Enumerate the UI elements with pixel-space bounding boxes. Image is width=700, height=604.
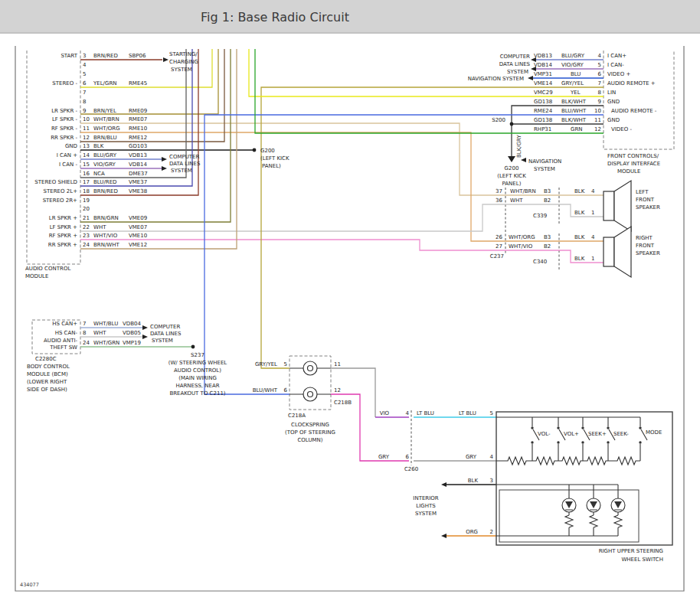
- ground-arrow-icon: [508, 156, 515, 162]
- acm-fn-rf-spkr-minus: RF SPKR -: [51, 126, 77, 132]
- clockspring-stubs: [289, 368, 331, 394]
- left-front-speaker-icon: [604, 191, 614, 220]
- bcm-caption-1: BODY CONTROL: [27, 364, 70, 370]
- fm-pin-7: 7: [598, 80, 601, 87]
- acm-fn-ican-plus: I CAN +: [57, 152, 77, 158]
- acm-code-23: VME10: [129, 233, 147, 239]
- offpage-arrow-icon: [142, 335, 148, 339]
- coil-icon: [308, 392, 313, 397]
- spkr-lf-color-1: WHT/BRN: [510, 188, 536, 194]
- figure-title: Fig 1: Base Radio Circuit: [201, 10, 349, 24]
- acm-pin-9: 9: [83, 108, 86, 114]
- ref-navigation-2b: SYSTEM: [534, 166, 555, 172]
- sws-pin-5: 5: [490, 410, 493, 416]
- conn-c2280c-label: C2280C: [35, 356, 57, 362]
- acm-color-21: BRN/GRN: [93, 215, 119, 221]
- bcm-fn-hs-can-plus: HS CAN+: [52, 321, 77, 327]
- bcm-pin-7: 7: [83, 321, 86, 327]
- acm-pin-22: 22: [83, 224, 90, 230]
- ref-datalines-fm-2: DATA LINES: [499, 61, 531, 67]
- sws-label-vol-minus: VOL-: [538, 431, 551, 437]
- acm-code-3: SBP06: [129, 53, 146, 59]
- fm-color-8: YEL: [570, 90, 581, 96]
- acm-color-13: BLK: [93, 143, 104, 149]
- fm-code-11: GD138: [534, 117, 552, 123]
- acm-code-24: VME12: [129, 242, 147, 248]
- base-radio-circuit-diagram: Fig 1: Base Radio CircuitSTARTSTEREO -LR…: [0, 0, 700, 604]
- diode-triangle-icon: [565, 501, 573, 508]
- bcm-fn-antitheft-1: AUDIO ANTI-: [44, 338, 77, 344]
- splice-s237-note-2: AUDIO CONTROL): [174, 367, 221, 374]
- fm-code-7: VME14: [534, 80, 553, 87]
- acm-fn-lr-spkr-minus: LR SPKR -: [51, 108, 77, 114]
- spkr-rf-name-1: RIGHT: [636, 235, 653, 241]
- acm-fn-start: START: [61, 53, 77, 59]
- conn-c218a-label: C218A: [288, 413, 306, 419]
- fm-color-4: BLU/GRY: [561, 53, 585, 59]
- ref-navigation-top: NAVIGATION SYSTEM: [468, 76, 524, 82]
- acm-pin-17: 17: [83, 179, 90, 185]
- conn-c339-label: C339: [533, 213, 547, 219]
- cs-pin-11: 11: [334, 361, 341, 367]
- cs-pin-5: 5: [284, 361, 287, 367]
- acm-color-23: WHT/VIO: [93, 233, 118, 239]
- acm-pin-14: 14: [83, 152, 90, 158]
- right-front-speaker-icon: [614, 227, 631, 277]
- acm-fn-stereo-minus: STEREO -: [52, 80, 77, 87]
- fm-code-9: GD138: [534, 99, 552, 105]
- splice-s237-note-4: HARNESS, NEAR: [175, 383, 219, 389]
- sws-label-seek-plus: SEEK+: [588, 431, 607, 437]
- fm-fn-audio-remote-minus: AUDIO REMOTE -: [611, 108, 657, 114]
- acm-fn-gnd: GND: [65, 143, 77, 149]
- acm-color-16: NCA: [93, 171, 105, 177]
- spkr-lf-name-1: LEFT: [636, 189, 649, 195]
- fm-fn-audio-remote-plus: AUDIO REMOTE +: [607, 80, 656, 87]
- wire-rf-spkr-minus-wht-org: [80, 132, 604, 241]
- acm-caption-1: AUDIO CONTROL: [25, 266, 70, 272]
- ref-starting-3: SYSTEM: [171, 67, 192, 73]
- acm-code-12: RME12: [129, 135, 147, 141]
- ground-g200-left-3: PANEL): [262, 163, 281, 169]
- fm-fn-ican-minus: I CAN-: [607, 62, 624, 68]
- ground-g200-right-1: G200: [505, 165, 519, 171]
- fm-color-6: BLU: [571, 71, 581, 77]
- acm-pin-21: 21: [83, 215, 90, 221]
- acm-pin-3: 3: [83, 53, 86, 59]
- spkr-rf-pin-b3: B3: [544, 234, 551, 240]
- bcm-color-24: WHT/GRN: [93, 340, 119, 346]
- bcm-caption-2: MODULE (BCM): [27, 371, 68, 377]
- ref-interior-lights-2: LIGHTS: [416, 503, 436, 509]
- arrows-and-splices: [142, 57, 536, 538]
- diode-triangle-icon: [614, 501, 622, 508]
- ref-datalines-acm-2: DATA LINES: [169, 161, 201, 167]
- splice-s200-dot: [510, 122, 514, 126]
- conn-c218b-label: C218B: [334, 400, 352, 406]
- wire-gry-label-1: GRY: [378, 454, 390, 460]
- acm-fn-stereo-2l: STEREO 2L+: [44, 188, 78, 194]
- speaker-symbols: [604, 181, 631, 277]
- acm-pin-13: 13: [83, 143, 90, 149]
- fm-code-6: VMP31: [534, 71, 552, 77]
- fm-color-12: GRN: [571, 126, 583, 132]
- acm-pin-7: 7: [83, 90, 86, 96]
- ground-g200-right-2: (LEFT KICK: [497, 173, 526, 179]
- bcm-fn-hs-can-minus: HS CAN-: [55, 330, 78, 336]
- acm-fn-rr-spkr-minus: RR SPKR -: [51, 135, 77, 141]
- acm-pin-16: 16: [83, 171, 90, 177]
- acm-color-22: WHT: [93, 224, 106, 230]
- cs-caption-2: (TOP OF STEERING: [285, 429, 335, 436]
- title-bar-bg: [0, 0, 700, 32]
- fm-color-10: BLU/WHT: [561, 108, 587, 114]
- acm-fn-rr-spkr-plus: RR SPKR +: [48, 242, 77, 248]
- acm-fn-ican-minus: I CAN -: [59, 162, 77, 168]
- bcm-caption-3: (LOWER RIGHT: [27, 379, 67, 385]
- cs-pin-6: 6: [284, 387, 288, 393]
- fm-code-5: VDB14: [534, 62, 552, 68]
- ref-starting-2: CHARGING: [169, 59, 198, 65]
- acm-code-10: RME07: [129, 116, 147, 122]
- spkr-lf-name-3: SPEAKER: [636, 204, 660, 211]
- fm-pin-4: 4: [598, 53, 602, 59]
- fm-pin-6: 6: [598, 71, 602, 77]
- acm-pin-19: 19: [83, 198, 90, 204]
- spkr-rf-pin-1: 1: [591, 256, 594, 262]
